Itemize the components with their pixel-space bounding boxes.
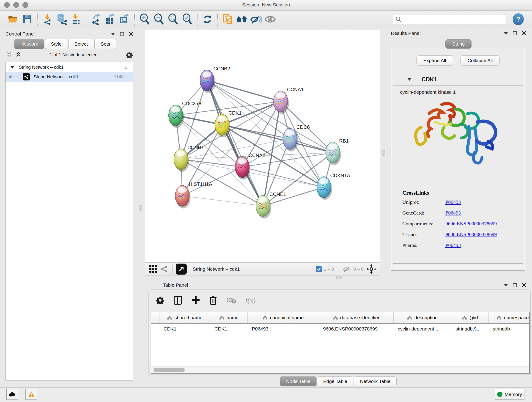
column-header-description[interactable]: description (394, 312, 451, 323)
crosslink-link[interactable]: 9606.ENSP00000378699 (445, 221, 497, 227)
network-node-CDKN1A[interactable]: CDKN1A (317, 173, 351, 200)
crosslink-row: Tissues:9606.ENSP00000378699 (402, 231, 523, 242)
crosslink-link[interactable]: 9606.ENSP00000378699 (445, 231, 497, 237)
column-header-namespace[interactable]: namespace (489, 312, 530, 323)
table-horizontal-scrollbar[interactable] (151, 366, 529, 373)
show-all-icon (263, 12, 277, 26)
birds-eye-view-icon[interactable] (176, 264, 187, 274)
tab-network-table[interactable]: Network Table (354, 376, 397, 386)
crosslink-link[interactable]: P06493 (445, 210, 461, 216)
split-columns-icon[interactable] (173, 296, 182, 305)
left-splitter-handle[interactable] (139, 205, 142, 211)
zoom-out-icon[interactable] (152, 12, 166, 26)
duplicate-network-icon[interactable] (220, 12, 234, 26)
open-session-icon[interactable] (6, 12, 20, 26)
network-edge[interactable] (207, 80, 263, 206)
node-label: CDKN1A (330, 173, 350, 178)
add-column-icon[interactable] (191, 296, 200, 305)
table-panel-title: Table Panel (163, 282, 188, 288)
scrollbar-thumb[interactable] (153, 368, 185, 372)
expand-all-button[interactable]: Expand All (416, 56, 453, 65)
import-network-file-icon[interactable] (40, 12, 55, 26)
network-list-icon[interactable] (158, 264, 169, 274)
network-edge[interactable] (181, 159, 242, 167)
crosslink-link[interactable]: P06493 (445, 242, 461, 248)
tab-select[interactable]: Select (68, 39, 94, 49)
export-image-icon[interactable] (117, 12, 132, 26)
panel-menu-icon[interactable] (504, 32, 508, 35)
table-panel: Table Panel f(x) shared namenamecanonica… (145, 279, 532, 387)
column-type-icon (407, 315, 412, 320)
gene-name: CDK1 (422, 76, 437, 83)
network-edge[interactable] (182, 196, 263, 206)
toolbar-search (393, 14, 506, 24)
panel-float-icon[interactable] (513, 32, 517, 35)
zoom-in-icon[interactable] (138, 12, 152, 26)
save-session-icon[interactable] (20, 12, 34, 26)
collapse-all-button[interactable]: Collapse All (461, 56, 500, 65)
network-node-CCNA1[interactable]: CCNA1 (273, 87, 304, 114)
network-row[interactable]: String Network – cdk1 11 48 (6, 72, 133, 82)
toolbar-separator (197, 13, 197, 26)
table-settings-gear-icon[interactable] (156, 296, 164, 304)
fit-selected-crosshair-icon[interactable] (365, 264, 377, 274)
network-node-CCNB2[interactable]: CCNB2 (200, 66, 230, 93)
show-hide-panel-icon[interactable] (249, 12, 263, 26)
column-header-name[interactable]: name (210, 312, 248, 323)
tab-edge-table[interactable]: Edge Table (317, 376, 354, 386)
results-scroll-strip[interactable] (393, 265, 523, 269)
network-canvas[interactable]: CCNB2CCNA1CDC25BCDK1CDC6RB1CCNB1CCNA2CDK… (145, 30, 380, 262)
panel-close-icon[interactable] (522, 283, 526, 287)
table-row[interactable]: CDK1CDK1P064939606.ENSP00000378699cyclin… (151, 324, 529, 334)
crosslink-row: GeneCard:P06493 (402, 210, 523, 221)
gene-section-header[interactable]: CDK1 (393, 73, 523, 86)
gear-icon[interactable] (126, 51, 133, 58)
memory-button[interactable]: Memory (495, 389, 525, 400)
import-network-database-icon[interactable] (55, 12, 69, 26)
export-network-icon[interactable] (89, 12, 103, 26)
help-button[interactable]: ? (513, 13, 524, 25)
panel-close-icon[interactable] (129, 32, 133, 36)
zoom-selected-icon[interactable] (180, 12, 194, 26)
panel-float-icon[interactable] (513, 283, 517, 287)
warnings-button[interactable] (25, 389, 37, 400)
grid-view-icon[interactable] (148, 264, 158, 274)
tab-network[interactable]: Network (14, 39, 44, 49)
tree-expand-icon[interactable] (10, 66, 15, 69)
network-collection-row[interactable]: String Network – cdk1 1 (6, 62, 133, 72)
crosslink-row: Uniprot:P06493 (402, 199, 523, 210)
tab-node-table[interactable]: Node Table (280, 376, 317, 386)
collapse-all-icon[interactable] (6, 52, 12, 58)
selected-checkbox-icon[interactable] (316, 266, 322, 272)
hidden-eye-icon[interactable] (342, 265, 352, 273)
network-edge[interactable] (207, 80, 280, 102)
table-header-row: shared namenamecanonical namedatabase id… (151, 312, 529, 324)
node-table[interactable]: shared namenamecanonical namedatabase id… (151, 312, 530, 374)
crosslink-link[interactable]: P06493 (445, 199, 461, 205)
search-input[interactable] (393, 14, 506, 24)
cloud-button[interactable] (6, 389, 18, 400)
column-header-database-identifier[interactable]: database identifier (319, 312, 394, 323)
column-header-shared-name[interactable]: shared name (159, 312, 210, 323)
tab-style[interactable]: Style (45, 39, 68, 49)
zoom-fit-icon[interactable] (166, 12, 180, 26)
home-icon[interactable] (234, 12, 249, 26)
toolbar-separator (37, 13, 38, 26)
section-collapse-icon[interactable] (407, 78, 412, 81)
expand-all-icon[interactable] (15, 52, 22, 58)
delete-column-icon[interactable] (209, 296, 217, 305)
column-header--id[interactable]: @id (451, 312, 489, 323)
tab-string[interactable]: String (445, 39, 472, 49)
panel-menu-icon[interactable] (504, 284, 508, 287)
column-header-canonical-name[interactable]: canonical name (248, 312, 319, 323)
panel-close-icon[interactable] (522, 31, 526, 35)
tab-sets[interactable]: Sets (94, 39, 116, 49)
network-node-HIST1H1A[interactable]: HIST1H1A (175, 182, 212, 209)
panel-menu-icon[interactable] (111, 33, 115, 35)
import-table-file-icon[interactable] (69, 12, 83, 26)
refresh-icon[interactable] (200, 12, 215, 26)
network-node-CCNE1[interactable]: CCNE1 (256, 191, 286, 219)
network-node-RB1[interactable]: RB1 (326, 138, 349, 165)
panel-float-icon[interactable] (120, 32, 124, 36)
export-table-icon[interactable] (103, 12, 117, 26)
